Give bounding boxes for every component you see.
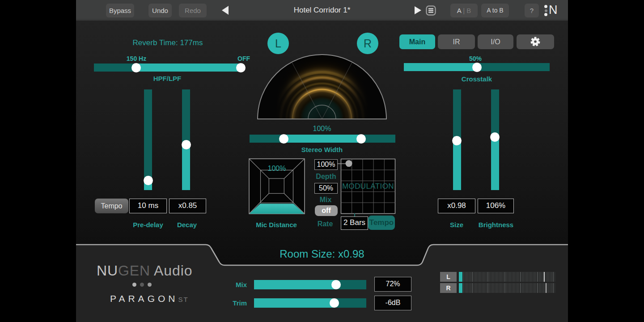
svg-text:100%: 100% [268, 165, 286, 172]
svg-text:MODULATION: MODULATION [342, 182, 394, 191]
